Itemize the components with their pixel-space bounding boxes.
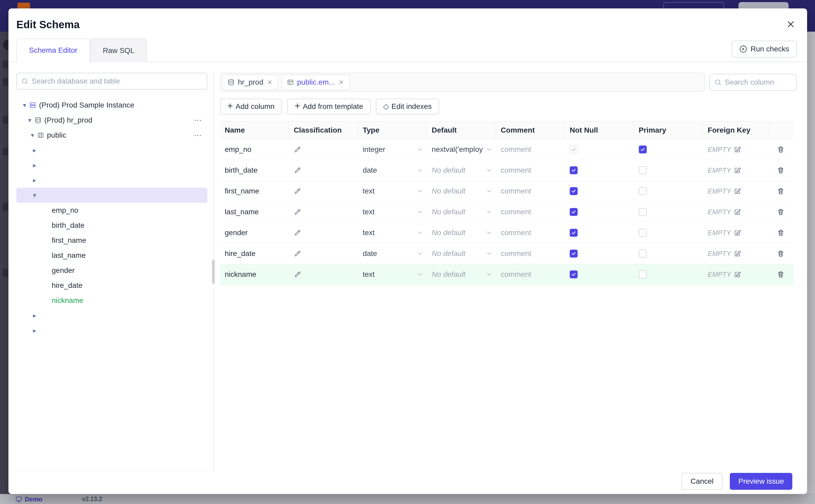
default-select[interactable]: No default — [427, 264, 496, 285]
not-null-checkbox[interactable] — [570, 229, 578, 237]
tab-raw-sql[interactable]: Raw SQL — [90, 38, 147, 62]
cancel-button[interactable]: Cancel — [682, 473, 722, 490]
primary-checkbox[interactable] — [639, 146, 647, 153]
not-null-checkbox[interactable] — [570, 250, 578, 258]
delete-column-icon[interactable] — [777, 250, 784, 257]
edit-indexes-button[interactable]: ◇Edit indexes — [376, 99, 439, 114]
primary-checkbox[interactable] — [639, 270, 647, 278]
edit-foreign-key-icon[interactable] — [734, 271, 741, 278]
column-name-cell[interactable]: gender — [220, 222, 289, 243]
tree-item-salary[interactable]: ▸salary⋯ — [16, 308, 207, 323]
edit-foreign-key-icon[interactable] — [734, 229, 741, 236]
column-name-cell[interactable]: hire_date — [220, 243, 289, 264]
column-search-input[interactable] — [725, 78, 815, 86]
not-null-checkbox[interactable] — [570, 270, 578, 278]
not-null-checkbox[interactable] — [570, 146, 578, 153]
tree-item-last-name[interactable]: last_name — [16, 248, 207, 263]
tree-item-first-name[interactable]: first_name — [16, 233, 207, 248]
chevron-right-icon[interactable]: ▸ — [30, 312, 39, 319]
column-name-cell[interactable]: first_name — [220, 181, 289, 201]
type-select[interactable]: text — [358, 222, 427, 243]
close-button[interactable] — [785, 19, 797, 30]
column-name-cell[interactable]: last_name — [220, 202, 289, 222]
classification-edit-icon[interactable] — [294, 271, 301, 278]
tree-item-employee[interactable]: ▾employee⋯ — [16, 188, 207, 203]
classification-edit-icon[interactable] — [294, 208, 301, 216]
close-icon[interactable] — [338, 79, 344, 85]
not-null-checkbox[interactable] — [570, 187, 578, 195]
more-menu-icon[interactable]: ⋯ — [194, 116, 202, 124]
type-select[interactable]: date — [358, 160, 427, 181]
default-select[interactable]: No default — [427, 181, 496, 201]
database-search-input[interactable] — [32, 77, 202, 85]
comment-input[interactable] — [501, 187, 559, 195]
delete-column-icon[interactable] — [777, 167, 784, 174]
tree-item-prod-prod-sample-instance[interactable]: ▾(Prod) Prod Sample Instance — [16, 98, 207, 113]
default-select[interactable]: No default — [427, 160, 496, 181]
type-select[interactable]: text — [358, 202, 427, 222]
tree-item-birth-date[interactable]: birth_date — [16, 218, 207, 233]
type-select[interactable]: text — [358, 181, 427, 201]
add-column-button[interactable]: +Add column — [220, 99, 282, 114]
tree-item-title[interactable]: ▸title⋯ — [16, 323, 207, 338]
tree-item-dept-emp[interactable]: ▸dept_emp⋯ — [16, 158, 207, 173]
edit-foreign-key-icon[interactable] — [734, 250, 741, 257]
tree-item-prod-hr-prod[interactable]: ▾(Prod) hr_prod⋯ — [16, 113, 207, 128]
primary-checkbox[interactable] — [639, 250, 647, 258]
close-icon[interactable] — [267, 79, 273, 85]
default-select[interactable]: No default — [427, 243, 496, 264]
edit-foreign-key-icon[interactable] — [734, 187, 741, 195]
classification-edit-icon[interactable] — [294, 250, 301, 257]
chevron-down-icon[interactable]: ▾ — [30, 192, 39, 199]
classification-edit-icon[interactable] — [294, 229, 301, 236]
column-name-cell[interactable]: birth_date — [220, 160, 289, 181]
comment-input[interactable] — [501, 229, 559, 237]
edit-foreign-key-icon[interactable] — [734, 146, 741, 153]
chevron-right-icon[interactable]: ▸ — [30, 327, 39, 334]
column-name-cell[interactable]: nickname — [220, 264, 289, 285]
comment-input[interactable] — [501, 166, 559, 175]
chevron-right-icon[interactable]: ▸ — [30, 177, 39, 184]
chevron-down-icon[interactable]: ▾ — [20, 101, 29, 109]
delete-column-icon[interactable] — [777, 229, 784, 236]
tab-chip-hr-prod[interactable]: hr_prod — [222, 75, 278, 90]
type-select[interactable]: date — [358, 243, 427, 264]
primary-checkbox[interactable] — [639, 187, 647, 195]
primary-checkbox[interactable] — [639, 229, 647, 237]
edit-foreign-key-icon[interactable] — [734, 208, 741, 216]
type-select[interactable]: text — [358, 264, 427, 285]
primary-checkbox[interactable] — [639, 208, 647, 216]
column-name-cell[interactable]: emp_no — [220, 139, 289, 160]
delete-column-icon[interactable] — [777, 146, 784, 153]
edit-foreign-key-icon[interactable] — [734, 167, 741, 174]
more-menu-icon[interactable]: ⋯ — [194, 131, 202, 139]
default-select[interactable]: No default — [427, 222, 496, 243]
not-null-checkbox[interactable] — [570, 166, 578, 174]
add-from-template-button[interactable]: +Add from template — [287, 99, 370, 114]
tree-item-department[interactable]: ▸department⋯ — [16, 143, 207, 158]
chevron-down-icon[interactable]: ▾ — [28, 132, 37, 139]
primary-checkbox[interactable] — [639, 166, 647, 174]
tree-item-hire-date[interactable]: hire_date — [16, 278, 207, 293]
tree-item-dept-manager[interactable]: ▸dept_manager⋯ — [16, 173, 207, 188]
tree-item-emp-no[interactable]: emp_no — [16, 203, 207, 218]
chevron-right-icon[interactable]: ▸ — [30, 147, 39, 154]
chevron-right-icon[interactable]: ▸ — [30, 162, 39, 169]
tab-schema-editor[interactable]: Schema Editor — [16, 38, 90, 62]
tree-item-gender[interactable]: gender — [16, 263, 207, 278]
comment-input[interactable] — [501, 208, 559, 216]
tree-item-nickname[interactable]: nickname — [16, 293, 207, 308]
comment-input[interactable] — [501, 145, 559, 154]
tree-item-public[interactable]: ▾public⋯ — [16, 128, 207, 143]
type-select[interactable]: integer — [358, 139, 427, 160]
delete-column-icon[interactable] — [777, 271, 784, 278]
comment-input[interactable] — [501, 270, 559, 279]
divider-drag-handle[interactable] — [212, 260, 215, 284]
default-select[interactable]: No default — [427, 202, 496, 222]
preview-issue-button[interactable]: Preview issue — [730, 473, 792, 490]
classification-edit-icon[interactable] — [294, 187, 301, 195]
not-null-checkbox[interactable] — [570, 208, 578, 216]
run-checks-button[interactable]: Run checks — [732, 41, 797, 57]
tab-chip-public-employee[interactable]: public.em... — [281, 75, 350, 90]
delete-column-icon[interactable] — [777, 187, 784, 195]
